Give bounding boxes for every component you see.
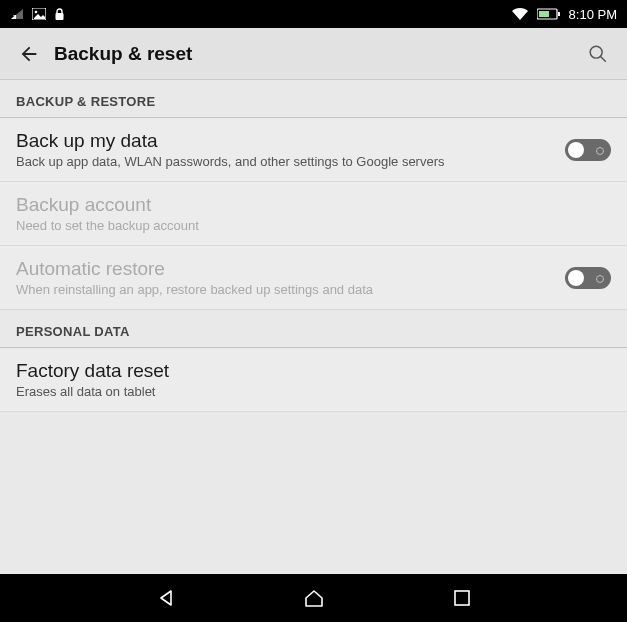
row-backup-account: Backup account Need to set the backup ac… <box>0 182 627 246</box>
row-subtitle: Back up app data, WLAN passwords, and ot… <box>16 154 565 169</box>
battery-icon <box>537 8 561 20</box>
lock-icon <box>54 8 65 21</box>
row-subtitle: Need to set the backup account <box>16 218 611 233</box>
status-time: 8:10 PM <box>569 7 617 22</box>
home-icon <box>303 588 325 608</box>
row-subtitle: When reinstalling an app, restore backed… <box>16 282 565 297</box>
status-bar: ? 8:10 PM <box>0 0 627 28</box>
toggle-backup-my-data[interactable] <box>565 139 611 161</box>
row-title: Automatic restore <box>16 258 565 280</box>
row-automatic-restore: Automatic restore When reinstalling an a… <box>0 246 627 310</box>
image-icon <box>32 8 46 20</box>
row-subtitle: Erases all data on tablet <box>16 384 611 399</box>
nav-recent-button[interactable] <box>448 584 476 612</box>
status-left: ? <box>10 8 65 21</box>
section-header-backup-restore: BACKUP & RESTORE <box>0 80 627 118</box>
settings-screen: ? 8:10 PM Backup & reset <box>0 0 627 622</box>
signal-icon: ? <box>10 8 24 20</box>
row-title: Factory data reset <box>16 360 611 382</box>
row-title: Back up my data <box>16 130 565 152</box>
section-header-personal-data: PERSONAL DATA <box>0 310 627 348</box>
svg-rect-5 <box>558 12 560 16</box>
svg-rect-6 <box>539 11 549 17</box>
status-right: 8:10 PM <box>511 7 617 22</box>
svg-point-2 <box>35 11 38 14</box>
navigation-bar <box>0 574 627 622</box>
arrow-left-icon <box>18 43 40 65</box>
wifi-icon <box>511 7 529 21</box>
nav-back-button[interactable] <box>152 584 180 612</box>
row-backup-my-data[interactable]: Back up my data Back up app data, WLAN p… <box>0 118 627 182</box>
row-factory-data-reset[interactable]: Factory data reset Erases all data on ta… <box>0 348 627 412</box>
search-icon <box>587 43 609 65</box>
svg-line-8 <box>601 56 606 61</box>
row-title: Backup account <box>16 194 611 216</box>
svg-rect-3 <box>56 13 64 20</box>
toggle-automatic-restore <box>565 267 611 289</box>
back-button[interactable] <box>14 39 44 69</box>
search-button[interactable] <box>583 39 613 69</box>
svg-rect-9 <box>455 591 469 605</box>
action-bar: Backup & reset <box>0 28 627 80</box>
page-title: Backup & reset <box>54 43 192 65</box>
nav-home-button[interactable] <box>300 584 328 612</box>
content-list: BACKUP & RESTORE Back up my data Back up… <box>0 80 627 574</box>
triangle-back-icon <box>156 588 176 608</box>
square-recent-icon <box>453 589 471 607</box>
